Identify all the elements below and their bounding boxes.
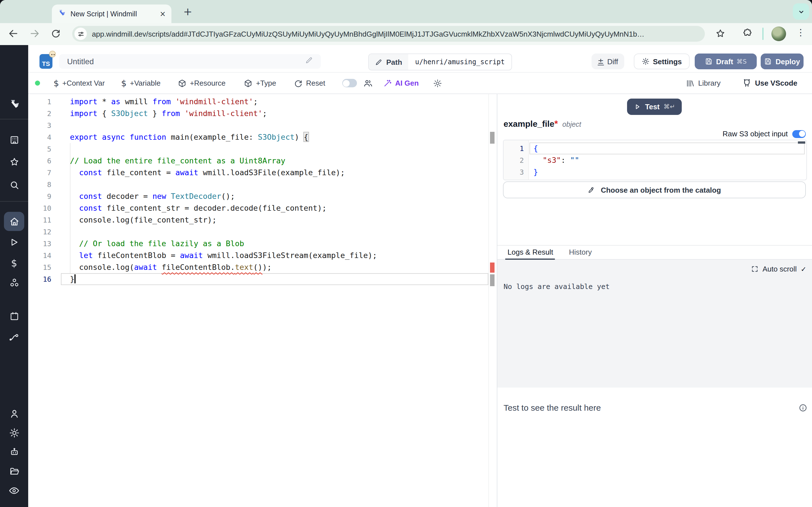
ai-gen-button[interactable]: AI Gen [383,78,419,88]
argument-header: example_file* object [504,119,581,129]
package-icon [244,78,253,88]
test-panel: Test ⌘↵ example_file* object Raw S3 obje… [497,94,812,507]
toolbar-separator [762,27,763,40]
add-variable-button[interactable]: $ +Variable [121,78,161,88]
json-overview-mark [798,142,805,144]
path-edit-button[interactable]: Path [369,54,408,70]
sidebar-item-folders[interactable] [0,466,28,476]
sidebar-item-audit-logs[interactable] [0,485,28,496]
test-label: Test [645,103,660,111]
editor-settings-gear-icon[interactable] [433,78,442,88]
settings-button[interactable]: Settings [634,54,690,69]
reload-button[interactable] [51,28,61,41]
sidebar-item-favorites[interactable] [0,157,28,167]
extensions-puzzle-icon[interactable] [742,28,753,41]
browser-tab[interactable]: New Script | Windmill × [52,4,171,23]
code-lines[interactable]: import * as wmill from 'windmill-client'… [70,96,377,285]
use-vscode-label: Use VScode [755,79,797,87]
overview-mark-bracket [490,132,495,144]
forward-button[interactable] [29,28,40,41]
save-icon [705,57,713,65]
url-address-bar[interactable]: app.windmill.dev/scripts/add#JTdCJTIyaGF… [72,26,705,42]
logs-output-panel: Auto scroll ✓ No logs are available yet [497,260,812,388]
add-type-label: +Type [256,79,276,87]
path-value[interactable]: u/henri/amusing_script [408,54,511,70]
draft-label: Draft [716,57,733,66]
editor-toolbar: $ +Context Var $ +Variable +Resource +Ty… [28,72,812,94]
sidebar-item-workspace[interactable] [0,135,28,145]
logs-tabs: Logs & Result History [497,245,812,260]
pencil-icon [375,58,382,66]
sidebar-item-settings[interactable] [0,428,28,438]
json-code-lines[interactable]: { "s3": ""} [534,143,579,178]
dollar-icon: $ [54,78,59,88]
multiplayer-users-icon [363,78,372,88]
use-vscode-button[interactable]: Use VScode [742,78,797,88]
new-tab-button[interactable]: + [183,5,192,17]
json-input-editor[interactable]: 123 { "s3": ""} [503,140,807,180]
back-button[interactable] [8,28,18,41]
reset-button[interactable]: Reset [294,78,325,88]
tab-history[interactable]: History [569,248,592,256]
tab-title: New Script | Windmill [70,10,160,18]
test-shortcut: ⌘↵ [664,103,675,110]
play-icon [9,237,19,247]
sidebar-item-flows[interactable] [0,332,28,343]
sidebar-item-user[interactable] [0,408,28,419]
choose-object-button[interactable]: Choose an object from the catalog [503,181,806,198]
result-placeholder-text: Test to see the result here [504,403,799,412]
sidebar-item-schedules[interactable] [0,311,28,322]
sidebar-item-resources[interactable] [0,278,28,288]
tab-search-button[interactable] [793,3,809,20]
sidebar-item-runs[interactable] [0,237,28,247]
sidebar-item-home[interactable] [0,216,28,227]
add-variable-label: +Variable [130,79,161,87]
deploy-button[interactable]: Deploy [761,54,804,69]
dollar-icon: $ [121,78,126,88]
multiplayer-toggle[interactable] [342,79,357,87]
test-button[interactable]: Test ⌘↵ [627,99,682,115]
choose-object-label: Choose an object from the catalog [601,186,721,194]
overview-ruler[interactable] [488,94,497,507]
search-icon [9,180,19,190]
required-asterisk: * [554,119,558,128]
argument-name: example_file [504,119,554,128]
profile-avatar[interactable] [771,26,786,41]
no-logs-message: No logs are available yet [504,282,610,291]
site-settings-icon[interactable] [74,27,87,40]
add-resource-button[interactable]: +Resource [177,78,225,88]
bookmark-star-icon[interactable] [715,28,726,41]
raw-s3-label: Raw S3 object input [723,129,788,138]
tab-close-icon[interactable]: × [160,10,166,18]
sidebar-item-workers[interactable] [0,447,28,457]
add-context-var-button[interactable]: $ +Context Var [54,78,105,88]
sidebar-item-search[interactable] [0,180,28,190]
dollar-icon: $ [11,258,17,269]
windmill-logo-icon[interactable] [0,98,28,110]
auto-scroll-control[interactable]: Auto scroll ✓ [751,265,806,273]
library-button[interactable]: Library [686,78,721,88]
code-editor[interactable]: 12345678910111213141516 import * as wmil… [28,94,497,507]
script-title-input[interactable]: Untitled [59,54,321,69]
home-icon [9,216,19,227]
tab-logs-result[interactable]: Logs & Result [507,248,553,256]
browser-menu-icon[interactable]: ⋮ [796,27,805,38]
diff-button[interactable]: ± Diff [592,54,624,69]
path-group[interactable]: Path u/henri/amusing_script [368,54,512,70]
gear-icon [9,428,19,438]
sidebar-item-variables[interactable]: $ [0,258,28,269]
info-icon[interactable] [799,403,808,412]
draft-button[interactable]: Draft ⌘S [695,54,757,69]
diff-label: Diff [607,57,618,66]
route-icon [8,332,20,343]
raw-s3-toggle[interactable] [792,130,806,138]
magic-wand-icon [383,78,392,88]
app-sidebar: $ [0,45,28,507]
vscode-icon [742,78,752,88]
add-type-button[interactable]: +Type [244,78,276,88]
auto-scroll-label: Auto scroll [762,265,797,273]
script-title-value: Untitled [67,57,305,66]
edit-title-pencil-icon[interactable] [305,56,313,66]
save-icon [764,57,772,65]
sidebar-divider [0,119,28,119]
